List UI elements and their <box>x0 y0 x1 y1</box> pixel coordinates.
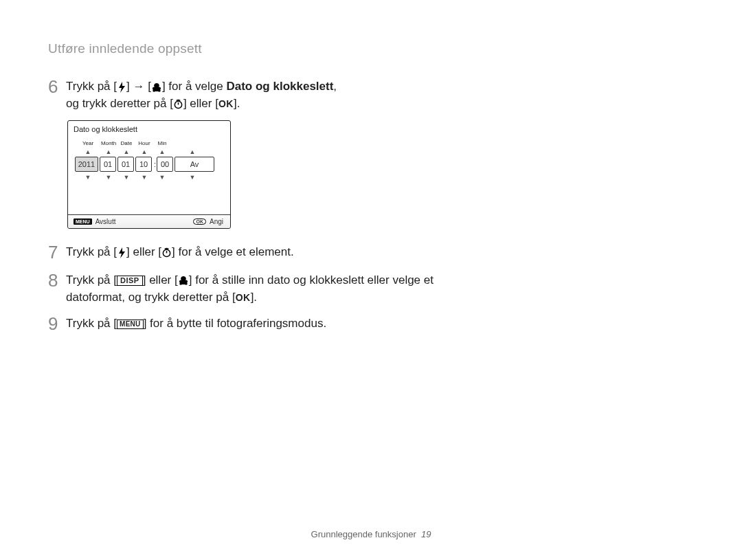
text: ] for å velge <box>162 80 227 93</box>
lcd-exit-label: Avslutt <box>95 218 116 225</box>
ok-label: OK <box>236 293 251 302</box>
value-mode: Av <box>175 157 214 172</box>
arrow-up-icon: ▲ <box>117 148 135 155</box>
step-number: 7 <box>48 243 66 262</box>
arrow-up-icon: ▲ <box>100 148 117 155</box>
flash-icon <box>117 247 126 258</box>
page-footer: Grunnleggende funksjoner 19 <box>0 529 742 539</box>
arrow-up-icon: ▲ <box>171 148 214 155</box>
step-6: 6 Trykk på [] → [] for å velge Dato og k… <box>48 77 694 112</box>
step-number: 8 <box>48 271 66 291</box>
lcd-title: Dato og klokkeslett <box>74 125 225 133</box>
lcd-value-row: 2011 01 01 10 : 00 Av <box>74 157 225 172</box>
arrow-up-icon: ▲ <box>135 148 153 155</box>
value-year: 2011 <box>75 157 98 172</box>
text: ] eller [ <box>143 273 178 287</box>
step-body: Trykk på [MENU] for å bytte til fotograf… <box>66 314 326 333</box>
label-year: Year <box>76 140 100 146</box>
text: og trykk deretter på [ <box>66 97 173 110</box>
bold-text: Dato og klokkeslett <box>226 80 333 93</box>
text: Trykk på [ <box>66 80 117 93</box>
text: ] eller [ <box>183 97 218 110</box>
text: Trykk på [ <box>66 317 117 330</box>
value-date: 01 <box>117 157 134 172</box>
text: ] eller [ <box>126 245 161 258</box>
arrow-down-icon: ▼ <box>135 174 153 181</box>
step-number: 6 <box>48 77 66 97</box>
step-8: 8 Trykk på [DISP] eller [] for å stille … <box>48 271 694 306</box>
arrow-down-icon: ▼ <box>117 174 135 181</box>
page-number: 19 <box>421 529 431 539</box>
ok-key-icon: OK <box>193 219 206 225</box>
lcd-set-label: Angi <box>210 218 223 225</box>
timer-icon <box>161 247 172 258</box>
arrow-down-icon: ▼ <box>171 174 214 181</box>
step-body: Trykk på [DISP] eller [] for å stille in… <box>66 271 437 306</box>
macro-icon <box>178 275 189 286</box>
menu-key-icon: MENU <box>117 320 144 329</box>
arrow-down-icon: ▼ <box>153 174 171 181</box>
svg-marker-4 <box>119 247 125 258</box>
label-date: Date <box>117 140 135 146</box>
label-hour: Hour <box>135 140 153 146</box>
ok-label: OK <box>218 99 234 109</box>
section-title: Utføre innledende oppsett <box>48 41 694 56</box>
arrow-down-icon: ▼ <box>100 174 117 181</box>
step-body: Trykk på [] → [] for å velge Dato og klo… <box>66 77 337 112</box>
value-min: 00 <box>157 157 173 172</box>
value-month: 01 <box>100 157 116 172</box>
text: ]. <box>251 291 257 304</box>
svg-marker-0 <box>119 82 125 93</box>
label-min: Min <box>153 140 171 146</box>
macro-icon <box>151 82 162 93</box>
step-body: Trykk på [] eller [] for å velge et elem… <box>66 243 294 261</box>
lcd-column-labels: Year Month Date Hour Min <box>74 140 225 146</box>
text: , <box>333 80 337 93</box>
step-number: 9 <box>48 314 66 334</box>
text: Trykk på [ <box>66 273 117 287</box>
step-7: 7 Trykk på [] eller [] for å velge et el… <box>48 243 694 262</box>
arrow-up-icon: ▲ <box>76 148 100 155</box>
lcd-footer: MENU Avslutt OK Angi <box>68 214 230 228</box>
value-hour: 10 <box>135 157 152 172</box>
steps-list: 6 Trykk på [] → [] for å velge Dato og k… <box>48 77 694 334</box>
step-9: 9 Trykk på [MENU] for å bytte til fotogr… <box>48 314 694 334</box>
lcd-down-arrows: ▼ ▼ ▼ ▼ ▼ ▼ <box>74 174 225 181</box>
label-month: Month <box>100 140 117 146</box>
footer-text: Grunnleggende funksjoner <box>311 529 416 539</box>
timer-icon <box>173 99 183 109</box>
text: ]. <box>234 97 240 110</box>
text: Trykk på [ <box>66 245 117 258</box>
lcd-up-arrows: ▲ ▲ ▲ ▲ ▲ ▲ <box>74 148 225 155</box>
disp-key-icon: DISP <box>117 276 143 286</box>
menu-key-icon: MENU <box>74 219 92 225</box>
lcd-screenshot: Dato og klokkeslett Year Month Date Hour… <box>67 120 231 229</box>
text: ] → [ <box>126 80 151 93</box>
text: ] for å bytte til fotograferingsmodus. <box>144 317 326 330</box>
arrow-up-icon: ▲ <box>153 148 171 155</box>
flash-icon <box>117 82 126 93</box>
text: ] for å velge et element. <box>172 245 294 258</box>
manual-page: Utføre innledende oppsett 6 Trykk på [] … <box>0 0 742 560</box>
arrow-down-icon: ▼ <box>76 174 100 181</box>
